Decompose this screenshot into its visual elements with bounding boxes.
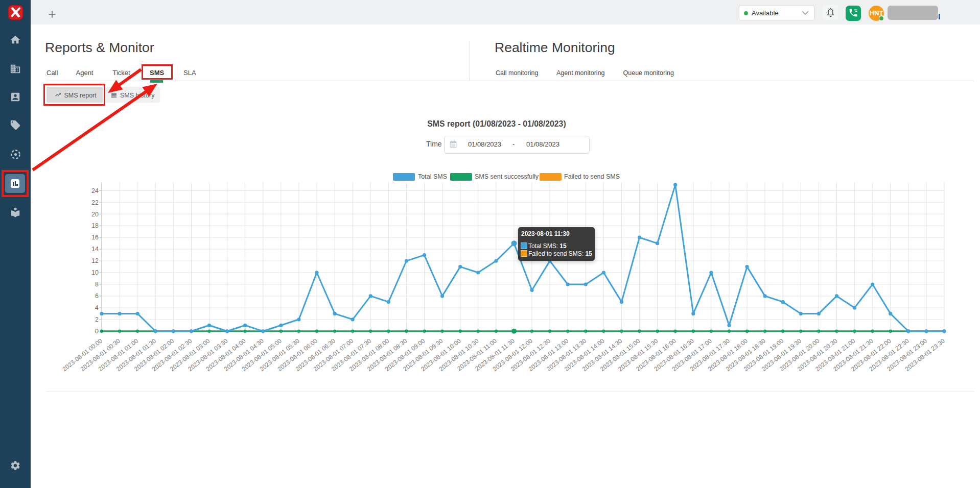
svg-text:22: 22 xyxy=(91,199,99,206)
svg-text:2: 2 xyxy=(95,316,99,323)
svg-text:4: 4 xyxy=(95,304,99,311)
svg-text:8: 8 xyxy=(95,281,99,288)
svg-text:14: 14 xyxy=(91,246,99,253)
svg-text:0: 0 xyxy=(95,328,99,335)
svg-text:24: 24 xyxy=(91,187,99,194)
svg-text:10: 10 xyxy=(91,269,99,276)
svg-text:12: 12 xyxy=(91,257,99,264)
svg-text:16: 16 xyxy=(91,234,99,241)
svg-text:18: 18 xyxy=(91,222,99,229)
svg-text:6: 6 xyxy=(95,292,99,300)
svg-text:20: 20 xyxy=(91,211,99,218)
